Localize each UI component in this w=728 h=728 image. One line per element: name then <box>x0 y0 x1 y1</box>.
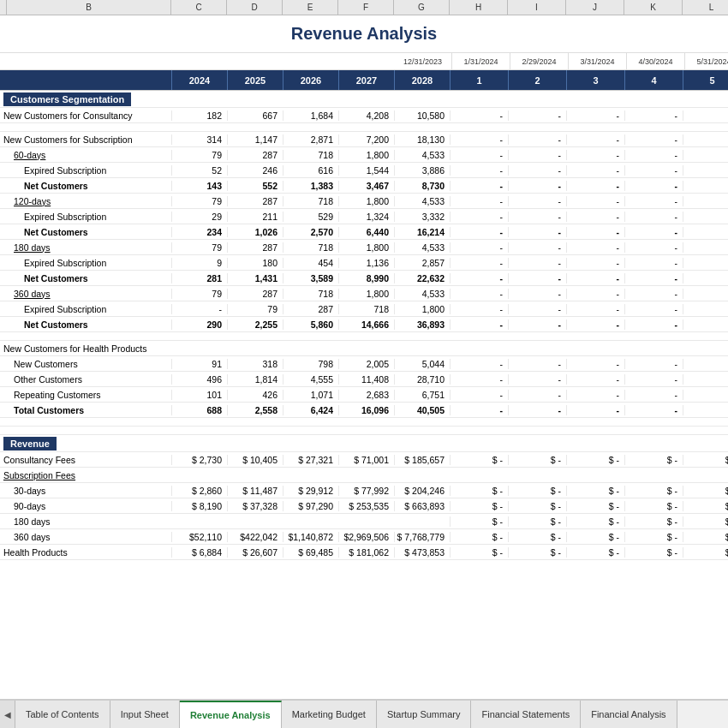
val-nchp-p5: - <box>683 359 728 369</box>
val-360d-p5: - <box>683 289 728 299</box>
col-c: C <box>171 0 227 15</box>
column-headers: B C D E F G H I J K L M <box>0 0 728 15</box>
tab-input-sheet[interactable]: Input Sheet <box>110 701 180 728</box>
row-repeating-customers: Repeating Customers 101 426 1,071 2,683 … <box>0 387 728 403</box>
row-total-customers: Total Customers 688 2,558 6,424 16,096 4… <box>0 403 728 418</box>
label-net-360: Net Customers <box>0 319 171 330</box>
val-180d-p1: - <box>450 242 508 253</box>
val-net360-p3: - <box>566 319 624 330</box>
val-tc-p2: - <box>508 405 566 415</box>
val-net360-p1: - <box>450 319 508 330</box>
val-net60-2028: 8,730 <box>394 181 450 191</box>
row-180days: 180 days 79 287 718 1,800 4,533 - - - - … <box>0 240 728 255</box>
revenue-section-header: Revenue <box>0 435 728 452</box>
val-exp60-2027: 1,544 <box>338 165 394 176</box>
row-60days: 60-days 79 287 718 1,800 4,533 - - - - - <box>0 147 728 163</box>
year-header-row: 2024 2025 2026 2027 2028 1 2 3 4 5 <box>0 70 728 91</box>
val-ncc-p3: - <box>566 110 624 121</box>
val-ncs-p3: - <box>566 134 624 145</box>
val-360r-p3: $ - <box>566 532 624 542</box>
val-360r-2026: $1,140,872 <box>283 532 338 542</box>
row-net-customers-60: Net Customers 143 552 1,383 3,467 8,730 … <box>0 178 728 194</box>
val-net60-p4: - <box>624 181 683 191</box>
col-h: H <box>450 0 508 15</box>
period-4: 4 <box>624 70 683 90</box>
tab-table-of-contents[interactable]: Table of Contents <box>15 701 110 728</box>
label-new-customers-hp: New Customers <box>0 359 171 369</box>
val-cf-p4: $ - <box>624 455 683 465</box>
tab-financial-statements[interactable]: Financial Statements <box>471 701 581 728</box>
label-120days: 120-days <box>0 196 171 206</box>
period-3: 3 <box>566 70 624 90</box>
val-60d-p2: - <box>508 150 566 160</box>
customers-section-label: Customers Segmentation <box>3 92 131 106</box>
val-exp60-p4: - <box>624 165 683 176</box>
tab-marketing-budget[interactable]: Marketing Budget <box>282 701 377 728</box>
date-3: 2/29/2024 <box>510 53 569 69</box>
label-90days-rev: 90-days <box>0 501 171 511</box>
val-90r-p2: $ - <box>508 501 566 511</box>
val-tc-2028: 40,505 <box>394 405 450 415</box>
val-cf-p2: $ - <box>508 455 566 465</box>
date-4: 3/31/2024 <box>569 53 627 69</box>
val-net180-2025: 1,431 <box>227 273 283 283</box>
val-net60-p1: - <box>450 181 508 191</box>
val-tc-2027: 16,096 <box>338 405 394 415</box>
val-rc-2026: 1,071 <box>283 390 338 400</box>
val-rc-p3: - <box>566 390 624 400</box>
val-120d-2024: 79 <box>171 196 227 206</box>
tab-scroll-left[interactable]: ◀ <box>0 701 15 728</box>
val-360r-2025: $422,042 <box>227 532 283 542</box>
val-tc-2024: 688 <box>171 405 227 415</box>
period-5: 5 <box>683 70 728 90</box>
val-rc-2024: 101 <box>171 390 227 400</box>
val-180d-p3: - <box>566 242 624 253</box>
val-90r-p4: $ - <box>624 501 683 511</box>
val-ncc-p1: - <box>450 110 508 121</box>
val-hpr-p2: $ - <box>508 547 566 558</box>
label-expired-120: Expired Subscription <box>0 212 171 222</box>
val-net180-p4: - <box>624 273 683 283</box>
val-exp180-2028: 2,857 <box>394 258 450 268</box>
val-180d-p4: - <box>624 242 683 253</box>
val-30r-p5: $ - <box>683 486 728 496</box>
label-repeating-customers: Repeating Customers <box>0 390 171 400</box>
tab-financial-analysis[interactable]: Financial Analysis <box>581 701 677 728</box>
val-90r-2024: $ 8,190 <box>171 501 227 511</box>
label-expired-360: Expired Subscription <box>0 304 171 314</box>
row-new-customers-subscription: New Customers for Subscription 314 1,147… <box>0 132 728 147</box>
col-j: J <box>566 0 624 15</box>
val-360r-p5: $ - <box>683 532 728 542</box>
val-tc-p3: - <box>566 405 624 415</box>
spacer-1 <box>0 123 728 132</box>
row-health-products-header: New Customers for Health Products <box>0 341 728 356</box>
val-cf-p3: $ - <box>566 455 624 465</box>
tab-startup-summary[interactable]: Startup Summary <box>377 701 472 728</box>
val-exp60-2026: 616 <box>283 165 338 176</box>
val-ncs-2026: 2,871 <box>283 134 338 145</box>
val-180r-p3: $ - <box>566 516 624 527</box>
val-oc-p2: - <box>508 374 566 385</box>
row-expired-180: Expired Subscription 9 180 454 1,136 2,8… <box>0 255 728 271</box>
val-ncc-2025: 667 <box>227 110 283 121</box>
tab-revenue-analysis[interactable]: Revenue Analysis <box>180 701 282 728</box>
val-360d-2027: 1,800 <box>338 289 394 299</box>
val-cf-p5: $ - <box>683 455 728 465</box>
val-90r-2028: $ 663,893 <box>394 501 450 511</box>
label-total-customers: Total Customers <box>0 405 171 415</box>
spacer-2 <box>0 332 728 341</box>
val-tc-p5: - <box>683 405 728 415</box>
label-180days: 180 days <box>0 242 171 253</box>
val-cf-2026: $ 27,321 <box>283 455 338 465</box>
val-rc-2028: 6,751 <box>394 390 450 400</box>
val-180d-2028: 4,533 <box>394 242 450 253</box>
val-ncs-2025: 1,147 <box>227 134 283 145</box>
val-ncc-2028: 10,580 <box>394 110 450 121</box>
val-ncs-p4: - <box>624 134 683 145</box>
row-180days-rev: 180 days $ - $ - $ - $ - $ - <box>0 514 728 529</box>
val-ncs-2027: 7,200 <box>338 134 394 145</box>
val-rc-2027: 2,683 <box>338 390 394 400</box>
val-360d-p2: - <box>508 289 566 299</box>
val-net120-2027: 6,440 <box>338 227 394 237</box>
val-nchp-2025: 318 <box>227 359 283 369</box>
